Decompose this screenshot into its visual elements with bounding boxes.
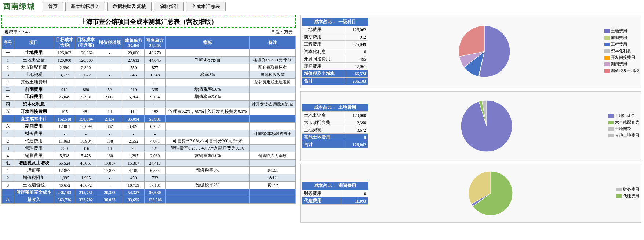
table-cell: 可售费率3.0%,不可售部分200元/平米 [166, 137, 250, 145]
table-cell: 55,981 [144, 115, 166, 123]
table-cell: 所得税前完全成本 [14, 189, 54, 196]
table-cell: 3 [2, 145, 14, 152]
table-cell: 52 [97, 86, 123, 93]
table-cell: 160 [97, 152, 123, 160]
table-cell: 330 [54, 145, 75, 152]
nav-data-check[interactable]: 数据校验及复核 [107, 2, 152, 11]
chart-item-label: 财务费用 [302, 190, 341, 197]
table-cell: 3,672 [75, 71, 97, 79]
table-cell: 215,751 [75, 189, 97, 196]
table-cell: 计开发贷/占用股东资金 [250, 101, 296, 108]
chart1-area [368, 24, 601, 79]
nav-summary[interactable]: 全成本汇总表 [186, 2, 226, 11]
nav-basic-input[interactable]: 基本指标录入 [65, 2, 105, 11]
chart2-total-value: 126,062 [344, 141, 368, 148]
pie-slice [459, 26, 484, 57]
table-cell: 3,926 [123, 123, 145, 130]
table-cell: 2 [2, 64, 14, 71]
legend-color-box [604, 69, 610, 73]
legend-label: 增值税及土增税 [611, 68, 639, 74]
table-cell: 17,061 [54, 123, 75, 130]
chart-item-label: 期间费用 [302, 63, 346, 70]
table-cell: 17,857 [97, 167, 123, 174]
legend-label: 大市政配套费 [615, 119, 639, 125]
chart3-title: 成本占比： 期间费用 [302, 182, 368, 190]
nav-home[interactable]: 首页 [43, 2, 63, 11]
list-item: 土地费用126,062 [302, 26, 368, 33]
table-cell: 增值税率9.0% [166, 93, 250, 101]
list-item: 土地出让金120,000 [302, 112, 368, 119]
table-cell: - [97, 71, 123, 79]
list-item: 土地契税3,672 [302, 126, 368, 134]
table-cell: 83,695 [123, 196, 145, 204]
table-cell: 二 [2, 86, 14, 93]
legend-item: 其他土地费用 [608, 133, 639, 138]
table-cell [2, 115, 14, 123]
table-cell: 3,672 [54, 71, 75, 79]
table-cell: - [123, 101, 145, 108]
chart-item-label: 资本化利息 [302, 48, 346, 55]
table-cell: 1 [2, 130, 14, 137]
table-cell: 2 [2, 137, 14, 145]
chart-item-value: 126,062 [346, 26, 368, 33]
table-cell [166, 189, 250, 196]
col-build: 建筑单方43,460 [123, 36, 145, 49]
table-cell: - [97, 182, 123, 189]
table-cell: 236,103 [54, 189, 75, 196]
legend-color-box [608, 127, 614, 131]
col-item: 项目 [14, 36, 54, 49]
table-cell: - [123, 130, 145, 137]
table-cell [166, 160, 250, 167]
right-panel: 成本占比： 一级科目 土地费用126,062前期费用912工程费用25,049资… [297, 13, 644, 227]
table-cell: 2,390 [54, 64, 75, 71]
chart-item-label: 土地出让金 [302, 112, 344, 119]
table-cell: 3 [2, 182, 14, 189]
table-cell: 七 [2, 160, 14, 167]
list-item: 大市政配套费2,390 [302, 119, 368, 126]
table-cell: 4 [2, 152, 14, 160]
nav-guide[interactable]: 编制指引 [154, 2, 184, 11]
table-cell: 增值税及土增税 [14, 160, 54, 167]
table-cell [250, 108, 296, 115]
table-cell: 14 [97, 108, 123, 115]
legend-color-box [604, 62, 610, 66]
legend-label: 土地费用 [611, 28, 627, 34]
table-cell: 预缴税率3% [166, 167, 250, 174]
table-cell: 17,857 [97, 160, 123, 167]
table-cell: - [97, 130, 123, 137]
legend-label: 前期费用 [611, 35, 627, 40]
table-cell: 120,000 [75, 57, 97, 64]
subtitle-right: 单位：万元 [271, 29, 293, 35]
table-cell: - [97, 79, 123, 86]
table-cell: 86,660 [144, 189, 166, 196]
table-cell: 5,764 [123, 93, 145, 101]
legend-color-box [608, 121, 614, 124]
table-cell: 16,699 [75, 123, 97, 130]
table-cell [250, 189, 296, 196]
legend-item: 开发间接费用 [604, 55, 639, 60]
table-cell: 10,904 [75, 137, 97, 145]
table-cell: 工程费用 [14, 93, 54, 101]
table-cell: 46,270 [144, 49, 166, 57]
table-cell: - [75, 79, 97, 86]
chart2-legend: 土地出让金大市政配套费土地契税其他土地费用 [608, 113, 639, 139]
chart-item-value: 3,672 [344, 126, 368, 134]
legend-item: 代建费用 [616, 193, 639, 199]
chart-item-value: 912 [346, 33, 368, 41]
chart-item-value: 495 [346, 55, 368, 63]
table-cell: 5,478 [75, 152, 97, 160]
col-tax: 目标成本(含税) [54, 36, 75, 49]
col-sale: 可售单方27,245 [144, 36, 166, 49]
legend-label: 土地出让金 [615, 113, 635, 118]
table-cell: 八 [2, 196, 14, 204]
chart1-total-label: 合计 [302, 78, 346, 85]
table-cell: 114 [123, 108, 145, 115]
list-item: 增值税及土增税66,524 [302, 70, 368, 78]
list-item: 开发间接费用495 [302, 55, 368, 63]
table-cell: 11,093 [54, 137, 75, 145]
table-cell: 912 [54, 86, 75, 93]
table-cell: 土地费用 [14, 49, 54, 57]
table-cell: - [144, 101, 166, 108]
col-vat: 增值税税额 [97, 36, 123, 49]
table-cell: 333,702 [75, 196, 97, 204]
